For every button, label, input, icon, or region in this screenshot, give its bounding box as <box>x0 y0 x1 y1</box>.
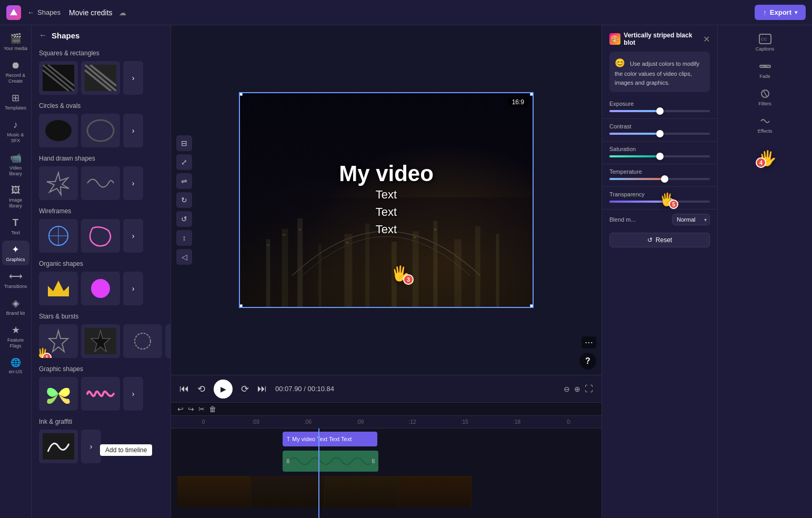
clip-handle-left[interactable]: ⏸ <box>285 457 291 465</box>
shape-thumb-crown[interactable] <box>39 272 78 305</box>
text-clip[interactable]: T My video Text Text Text <box>283 432 377 446</box>
blend-mode-label: Blend m... <box>609 216 636 223</box>
sidebar-item-transitions[interactable]: ⟷ Transitions <box>2 267 29 292</box>
saturation-slider-track[interactable] <box>609 155 710 157</box>
sidebar-label-image-library: Image library <box>3 197 28 209</box>
undo-timeline-button[interactable]: ↩ <box>177 405 184 413</box>
shape-thumb-circle-fill[interactable] <box>39 114 78 147</box>
back-button[interactable]: ← Shapes <box>27 8 61 16</box>
sidebar-item-record[interactable]: ⏺ Record & Create <box>2 57 29 87</box>
sidebar-item-your-media[interactable]: 🎬 Your media <box>2 29 29 55</box>
exposure-slider-thumb[interactable] <box>656 107 664 115</box>
skip-forward-button[interactable]: ⏭ <box>257 383 267 394</box>
sidebar-item-language[interactable]: 🌐 en-US <box>2 354 29 377</box>
sidebar-item-feature[interactable]: ★ Feature Flags <box>2 321 29 352</box>
canvas-help-button[interactable]: ? <box>579 353 596 370</box>
contrast-slider-thumb[interactable] <box>656 130 664 137</box>
contrast-slider-track[interactable] <box>609 133 710 135</box>
graphic-shapes-more-button[interactable]: › <box>123 377 143 411</box>
organic-row: › <box>39 272 163 305</box>
zoom-out-button[interactable]: ⊖ <box>564 385 570 393</box>
cut-button[interactable]: ✂ <box>198 405 205 413</box>
transparency-slider-track[interactable] <box>609 201 710 203</box>
rotate-button[interactable]: ↻ <box>176 192 192 208</box>
stars-more-button[interactable]: › <box>165 324 171 358</box>
reset-button[interactable]: ↺ Reset <box>609 233 710 247</box>
temperature-slider-track[interactable] <box>609 178 710 180</box>
blend-mode-select[interactable]: Normal Multiply Screen Overlay <box>672 214 710 225</box>
temperature-slider-thumb[interactable] <box>661 175 668 183</box>
circles-more-button[interactable]: › <box>123 114 143 147</box>
export-button[interactable]: ↑ Export ▾ <box>755 5 806 20</box>
delete-button[interactable]: 🗑 <box>209 405 216 413</box>
category-circles: Circles & ovals › <box>32 98 171 151</box>
shape-thumb-stripes2[interactable] <box>81 61 120 95</box>
organic-more-button[interactable]: › <box>123 272 143 305</box>
svg-marker-0 <box>10 9 17 15</box>
transparency-slider-thumb[interactable] <box>666 198 674 205</box>
play-button[interactable]: ▶ <box>214 380 233 399</box>
flip-h-button[interactable]: ⇌ <box>176 173 192 189</box>
shape-thumb-wireframe1[interactable] <box>39 219 78 253</box>
panel-back-button[interactable]: ← <box>39 31 47 40</box>
svg-point-20 <box>135 333 151 349</box>
prop-close-button[interactable]: ✕ <box>703 34 710 44</box>
shape-thumb-star1[interactable]: 🖐 1 <box>39 324 78 358</box>
svg-rect-38 <box>346 242 349 243</box>
export-label: Export <box>770 8 791 16</box>
right-panel-fade[interactable]: Fade <box>723 57 807 82</box>
video-clip[interactable]: ⏸ ⏸ <box>283 451 378 472</box>
squares-more-button[interactable]: › <box>123 61 143 95</box>
corner-handle-tr[interactable] <box>530 92 534 96</box>
crop-tool-button[interactable]: ⊟ <box>176 135 192 151</box>
sidebar-item-image-library[interactable]: 🖼 Image library <box>2 182 29 212</box>
shape-thumb-ink1[interactable]: 🖐 2 <box>39 430 78 463</box>
shape-thumb-star3[interactable] <box>123 324 162 358</box>
shape-thumb-blob[interactable] <box>81 272 120 305</box>
add-to-timeline-tooltip: Add to timeline <box>100 444 152 456</box>
shape-thumb-wireframe2[interactable] <box>81 219 120 253</box>
shape-thumb-scribble[interactable] <box>81 166 120 200</box>
zoom-in-button[interactable]: ⊕ <box>574 385 580 393</box>
canvas-wrapper: ⊟ ⤢ ⇌ ↻ ↺ ↕ ◁ <box>171 25 602 375</box>
shape-thumb-squiggle[interactable] <box>81 377 120 411</box>
corner-handle-tl[interactable] <box>239 92 243 96</box>
shape-thumb-star2[interactable] <box>81 324 120 358</box>
wireframes-more-button[interactable]: › <box>123 219 143 253</box>
right-panel-captions[interactable]: CC Captions <box>723 29 807 55</box>
saturation-slider-thumb[interactable] <box>656 153 664 160</box>
clip-handle-right[interactable]: ⏸ <box>370 457 376 465</box>
shape-thumb-stripes1[interactable] <box>39 61 78 95</box>
exposure-slider-track[interactable] <box>609 110 710 112</box>
corner-handle-bl[interactable] <box>239 304 243 308</box>
canvas-more-button[interactable]: ⋯ <box>582 336 596 348</box>
svg-text:CC: CC <box>761 37 767 42</box>
filters-icon <box>759 88 771 99</box>
shape-thumb-circle-outline[interactable] <box>81 114 120 147</box>
redo-timeline-button[interactable]: ↪ <box>188 405 194 413</box>
sidebar-item-video-library[interactable]: 📹 Video library <box>2 149 29 180</box>
collapse-button[interactable]: ◁ <box>176 249 192 265</box>
rewind-5-button[interactable]: ⟲ <box>197 383 205 395</box>
export-icon: ↑ <box>763 8 767 16</box>
sidebar-item-text[interactable]: T Text <box>2 214 29 238</box>
right-panel-effects[interactable]: Effects <box>723 112 807 137</box>
ink-more-button[interactable]: › <box>81 430 101 463</box>
hand-drawn-more-button[interactable]: › <box>123 166 143 200</box>
corner-handle-br[interactable] <box>530 304 534 308</box>
bg-clip[interactable] <box>177 476 472 507</box>
sidebar-item-music[interactable]: ♪ Music & SFX <box>2 116 29 147</box>
arrows-button[interactable]: ↕ <box>176 230 192 246</box>
fullscreen-button[interactable]: ⛶ <box>585 384 593 394</box>
sidebar-item-templates[interactable]: ⊞ Templates <box>2 89 29 114</box>
undo-button[interactable]: ↺ <box>176 211 192 227</box>
project-title: Movie credits <box>69 8 112 17</box>
skip-back-button[interactable]: ⏮ <box>179 383 189 394</box>
sidebar-item-graphics[interactable]: ✦ Graphics <box>2 241 29 265</box>
shape-thumb-butterfly[interactable] <box>39 377 78 411</box>
resize-tool-button[interactable]: ⤢ <box>176 154 192 170</box>
sidebar-item-brand-kit[interactable]: ◈ Brand kit <box>2 294 29 319</box>
forward-5-button[interactable]: ⟳ <box>241 383 249 395</box>
shape-thumb-starburst[interactable] <box>39 166 78 200</box>
right-panel-filters[interactable]: Filters <box>723 84 807 109</box>
